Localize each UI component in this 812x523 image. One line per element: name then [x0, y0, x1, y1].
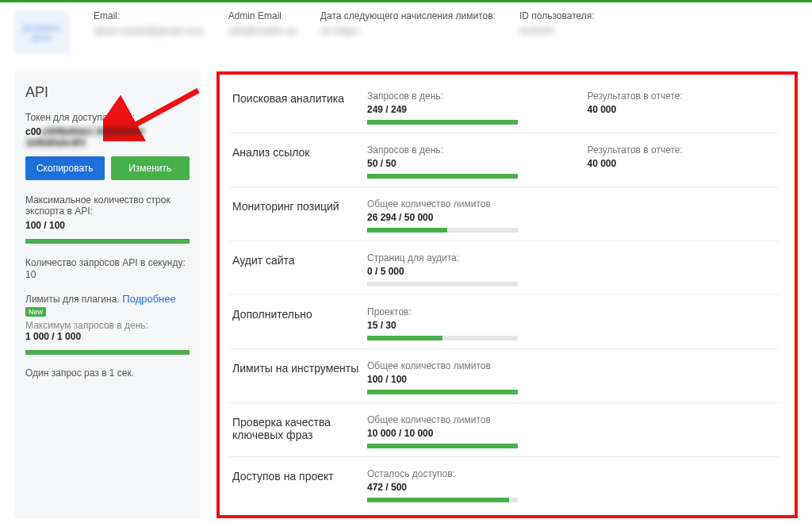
limit-name: Проверка качества ключевых фраз: [232, 414, 359, 441]
metric-value: 10 000 / 10 000: [367, 428, 776, 439]
metric-label: Общее количество лимитов: [367, 414, 776, 425]
metric-value: 40 000: [588, 158, 776, 169]
avatar-text: Добавить фото: [17, 23, 67, 42]
metric: Запросов в день:249 / 249: [367, 90, 556, 125]
limits-panel: Поисковая аналитикаЗапросов в день:249 /…: [216, 71, 798, 518]
metric-label: Общее количество лимитов: [367, 198, 776, 210]
profile-header: Добавить фото Email: alisel.ioweb@gmail.…: [0, 2, 812, 71]
metric-label: Страниц для аудита:: [367, 252, 776, 263]
limit-metrics: Страниц для аудита:0 / 5 000: [367, 252, 776, 286]
metric: Страниц для аудита:0 / 5 000: [367, 252, 776, 286]
limit-metrics: Проектов:15 / 30: [367, 306, 776, 340]
progress-track: [367, 228, 518, 233]
rate-note: Один запрос раз в 1 сек.: [25, 367, 190, 379]
metric: Общее количество лимитов26 294 / 50 000: [367, 198, 776, 233]
copy-button[interactable]: Скопировать: [25, 156, 105, 180]
metric-label: Результатов в отчете:: [588, 144, 776, 156]
api-panel: API Токен для доступа к API: c00c00f8d0b…: [14, 71, 201, 518]
limit-name: Мониторинг позиций: [232, 198, 359, 213]
next-limits-date-label: Дата следующего начисления лимитов:: [320, 10, 496, 21]
limit-row: Анализ ссылокЗапросов в день:50 / 50Резу…: [229, 133, 779, 187]
progress-track: [367, 336, 518, 340]
api-title: API: [25, 84, 190, 101]
limit-name: Лимиты на инструменты: [232, 360, 359, 375]
limit-metrics: Общее количество лимитов10 000 / 10 000: [367, 414, 776, 448]
metric: Общее количество лимитов100 / 100: [367, 360, 776, 394]
limit-row: Лимиты на инструментыОбщее количество ли…: [229, 349, 779, 403]
api-token-label: Токен для доступа к API:: [25, 112, 190, 123]
metric: Результатов в отчете:40 000: [588, 90, 776, 125]
limit-metrics: Запросов в день:50 / 50Результатов в отч…: [367, 144, 776, 179]
plugin-max-bar: [25, 350, 190, 355]
limit-row: ДополнительноПроектов:15 / 30: [229, 295, 779, 349]
limit-row: Мониторинг позицийОбщее количество лимит…: [229, 187, 779, 241]
progress-track: [367, 498, 518, 502]
api-max-rows-value: 100 / 100: [25, 220, 190, 231]
limit-name: Анализ ссылок: [232, 144, 359, 159]
limit-metrics: Осталось доступов:472 / 500: [367, 468, 776, 502]
metric: Осталось доступов:472 / 500: [367, 468, 776, 502]
progress-track: [367, 282, 518, 286]
progress-fill: [367, 336, 442, 340]
progress-track: [367, 174, 518, 179]
limit-row: Поисковая аналитикаЗапросов в день:249 /…: [229, 79, 779, 133]
email-value: alisel.ioweb@gmail.com: [94, 25, 205, 37]
metric-label: Осталось доступов:: [367, 468, 776, 479]
metric-value: 26 294 / 50 000: [367, 212, 776, 223]
metric: Результатов в отчете:40 000: [588, 144, 776, 179]
metric-value: 40 000: [588, 104, 776, 115]
metric: Запросов в день:50 / 50: [367, 144, 556, 179]
metric-value: 249 / 249: [367, 104, 556, 115]
metric-label: Запросов в день:: [367, 90, 556, 102]
api-max-rows-label: Максимальное количество строк экспорта в…: [25, 194, 190, 217]
api-rps-label: Количество запросов API в секунду:: [25, 257, 186, 268]
progress-track: [367, 390, 518, 394]
metric: Общее количество лимитов10 000 / 10 000: [367, 414, 776, 448]
admin-email-label: Admin Email: [228, 10, 297, 21]
api-rps-value: 10: [25, 269, 36, 280]
metric-value: 15 / 30: [367, 320, 776, 331]
limit-metrics: Общее количество лимитов26 294 / 50 000: [367, 198, 776, 233]
avatar-placeholder[interactable]: Добавить фото: [14, 10, 70, 54]
next-limits-date-value: 20 Март: [320, 25, 496, 37]
progress-track: [367, 120, 518, 125]
plugin-limits-label: Лимиты для плагина.: [25, 294, 120, 305]
change-button[interactable]: Изменить: [111, 156, 190, 180]
progress-fill: [367, 174, 518, 179]
new-badge: New: [25, 307, 46, 317]
metric-value: 100 / 100: [367, 374, 776, 385]
progress-fill: [367, 390, 518, 394]
progress-track: [367, 444, 518, 448]
limit-metrics: Общее количество лимитов100 / 100: [367, 360, 776, 394]
limit-name: Дополнительно: [232, 306, 359, 321]
user-id-value: 822820: [519, 25, 595, 37]
limit-name: Доступов на проект: [232, 468, 359, 483]
api-max-rows-bar: [25, 239, 190, 244]
plugin-more-link[interactable]: Подробнее: [122, 293, 175, 305]
limit-row: Доступов на проектОсталось доступов:472 …: [229, 457, 779, 510]
metric-value: 472 / 500: [367, 482, 776, 493]
limit-row: Аудит сайтаСтраниц для аудита:0 / 5 000: [229, 241, 779, 295]
email-label: Email:: [94, 10, 205, 21]
limit-name: Аудит сайта: [232, 252, 359, 267]
metric-label: Результатов в отчете:: [588, 90, 776, 102]
api-token-value: c00c00f8d0bb1 8320494c6 1b9b8fa5c8f3: [25, 126, 190, 148]
metric-value: 50 / 50: [367, 158, 556, 169]
limit-row: Проверка качества ключевых фразОбщее кол…: [229, 403, 779, 457]
progress-fill: [367, 228, 447, 233]
metric-label: Запросов в день:: [367, 144, 556, 156]
plugin-max-label: Максимум запросов в день:: [25, 320, 190, 331]
metric-value: 0 / 5 000: [367, 266, 776, 277]
plugin-max-value: 1 000 / 1 000: [25, 331, 190, 342]
limit-metrics: Запросов в день:249 / 249Результатов в о…: [367, 90, 776, 125]
user-id-label: ID пользователя:: [519, 10, 595, 21]
admin-email-value: seb@ioweb.ua: [228, 25, 297, 37]
metric: Проектов:15 / 30: [367, 306, 776, 340]
metric-label: Общее количество лимитов: [367, 360, 776, 371]
metric-label: Проектов:: [367, 306, 776, 317]
progress-fill: [367, 444, 518, 448]
progress-fill: [367, 120, 518, 125]
progress-fill: [367, 498, 509, 502]
limit-name: Поисковая аналитика: [232, 90, 359, 105]
